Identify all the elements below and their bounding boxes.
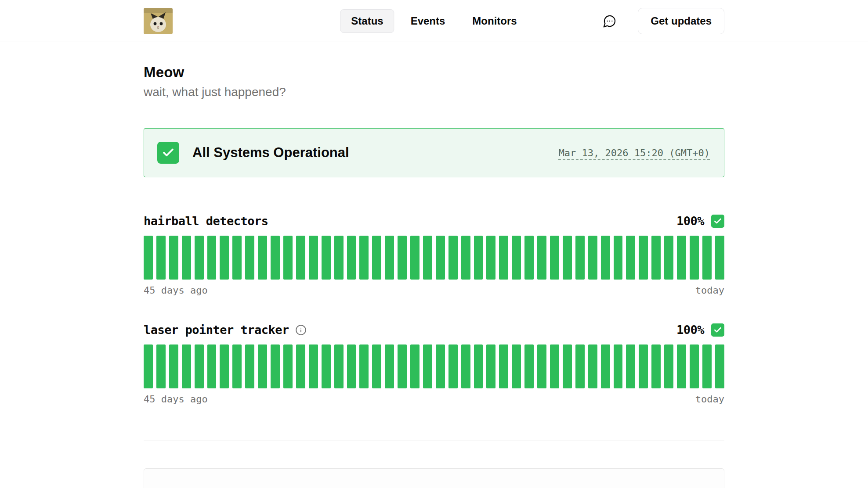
- uptime-bar[interactable]: [195, 344, 204, 388]
- uptime-bar[interactable]: [220, 236, 229, 280]
- uptime-bar[interactable]: [423, 344, 432, 388]
- uptime-bar[interactable]: [614, 236, 623, 280]
- uptime-bar[interactable]: [588, 344, 597, 388]
- uptime-bar[interactable]: [601, 344, 610, 388]
- uptime-bar[interactable]: [550, 344, 559, 388]
- uptime-bar[interactable]: [232, 344, 242, 388]
- uptime-bar[interactable]: [677, 236, 686, 280]
- uptime-bar[interactable]: [461, 236, 470, 280]
- uptime-bar[interactable]: [702, 236, 712, 280]
- uptime-bar[interactable]: [144, 236, 153, 280]
- uptime-bar[interactable]: [334, 236, 344, 280]
- uptime-bar[interactable]: [410, 236, 420, 280]
- uptime-bar[interactable]: [575, 236, 585, 280]
- uptime-bar[interactable]: [372, 236, 381, 280]
- info-icon[interactable]: [295, 324, 307, 336]
- uptime-bar[interactable]: [639, 236, 648, 280]
- uptime-bar[interactable]: [398, 236, 407, 280]
- uptime-bar[interactable]: [359, 236, 369, 280]
- uptime-bar[interactable]: [537, 344, 546, 388]
- uptime-bar[interactable]: [677, 344, 686, 388]
- uptime-bar[interactable]: [207, 236, 217, 280]
- uptime-bar[interactable]: [537, 236, 546, 280]
- uptime-bar[interactable]: [169, 344, 178, 388]
- uptime-bar[interactable]: [232, 236, 242, 280]
- uptime-bar[interactable]: [499, 344, 508, 388]
- uptime-bar[interactable]: [715, 344, 724, 388]
- uptime-bar[interactable]: [702, 344, 712, 388]
- uptime-bar[interactable]: [461, 344, 470, 388]
- uptime-bar[interactable]: [271, 236, 280, 280]
- uptime-bar[interactable]: [524, 236, 534, 280]
- uptime-bar[interactable]: [575, 344, 585, 388]
- uptime-bar[interactable]: [563, 344, 572, 388]
- nav-tab-events[interactable]: Events: [400, 9, 456, 33]
- uptime-bar[interactable]: [563, 236, 572, 280]
- uptime-bar[interactable]: [195, 236, 204, 280]
- uptime-bar[interactable]: [296, 236, 305, 280]
- uptime-bar[interactable]: [156, 236, 166, 280]
- uptime-bar[interactable]: [436, 344, 445, 388]
- uptime-bar[interactable]: [651, 236, 661, 280]
- uptime-bar[interactable]: [423, 236, 432, 280]
- uptime-bar[interactable]: [550, 236, 559, 280]
- uptime-bar[interactable]: [626, 236, 635, 280]
- uptime-bar[interactable]: [690, 344, 699, 388]
- uptime-bar[interactable]: [448, 344, 458, 388]
- uptime-bar[interactable]: [258, 236, 267, 280]
- uptime-bar[interactable]: [651, 344, 661, 388]
- uptime-bar[interactable]: [664, 344, 673, 388]
- uptime-bar[interactable]: [309, 236, 318, 280]
- uptime-bar[interactable]: [182, 236, 191, 280]
- uptime-bar[interactable]: [347, 344, 356, 388]
- uptime-bar[interactable]: [690, 236, 699, 280]
- uptime-bar[interactable]: [715, 236, 724, 280]
- uptime-bar[interactable]: [626, 344, 635, 388]
- uptime-bar[interactable]: [398, 344, 407, 388]
- uptime-bar[interactable]: [410, 344, 420, 388]
- uptime-bar[interactable]: [156, 344, 166, 388]
- get-updates-button[interactable]: Get updates: [638, 8, 724, 34]
- uptime-bar[interactable]: [512, 236, 521, 280]
- uptime-bar[interactable]: [474, 236, 483, 280]
- uptime-bar[interactable]: [524, 344, 534, 388]
- uptime-bar[interactable]: [385, 236, 394, 280]
- uptime-bar[interactable]: [283, 236, 293, 280]
- feedback-chat-icon[interactable]: [602, 13, 618, 29]
- uptime-bar[interactable]: [334, 344, 344, 388]
- uptime-bar[interactable]: [614, 344, 623, 388]
- uptime-bar[interactable]: [245, 236, 254, 280]
- uptime-bar[interactable]: [245, 344, 254, 388]
- uptime-bar[interactable]: [169, 236, 178, 280]
- uptime-bar[interactable]: [322, 344, 331, 388]
- nav-tab-monitors[interactable]: Monitors: [461, 9, 528, 33]
- uptime-bar[interactable]: [182, 344, 191, 388]
- uptime-bar[interactable]: [220, 344, 229, 388]
- uptime-bar[interactable]: [144, 344, 153, 388]
- uptime-bar[interactable]: [271, 344, 280, 388]
- uptime-bar[interactable]: [436, 236, 445, 280]
- uptime-bar[interactable]: [448, 236, 458, 280]
- uptime-bar[interactable]: [588, 236, 597, 280]
- uptime-bar[interactable]: [512, 344, 521, 388]
- uptime-bar[interactable]: [296, 344, 305, 388]
- uptime-bar[interactable]: [322, 236, 331, 280]
- uptime-bar[interactable]: [283, 344, 293, 388]
- uptime-bar[interactable]: [309, 344, 318, 388]
- uptime-bar[interactable]: [359, 344, 369, 388]
- logo[interactable]: [144, 8, 173, 34]
- uptime-bar[interactable]: [207, 344, 217, 388]
- uptime-bar[interactable]: [664, 236, 673, 280]
- uptime-bar[interactable]: [601, 236, 610, 280]
- uptime-bar[interactable]: [385, 344, 394, 388]
- status-timestamp[interactable]: Mar 13, 2026 15:20 (GMT+0): [559, 147, 710, 158]
- uptime-bar[interactable]: [347, 236, 356, 280]
- uptime-bar[interactable]: [258, 344, 267, 388]
- uptime-bar[interactable]: [474, 344, 483, 388]
- nav-tab-status[interactable]: Status: [340, 9, 394, 33]
- uptime-bar[interactable]: [372, 344, 381, 388]
- uptime-bar[interactable]: [486, 344, 495, 388]
- uptime-bar[interactable]: [639, 344, 648, 388]
- uptime-bar[interactable]: [499, 236, 508, 280]
- uptime-bar[interactable]: [486, 236, 495, 280]
